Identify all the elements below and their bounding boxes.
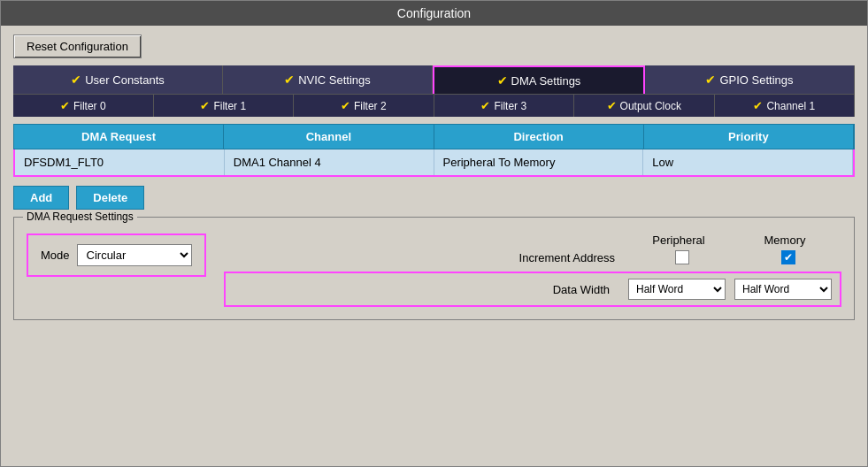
tab-dma-settings[interactable]: ✔ DMA Settings [433, 65, 645, 94]
subtab-filter1[interactable]: ✔ Filter 1 [154, 95, 295, 117]
settings-group: DMA Request Settings Mode Circular Norma… [13, 217, 855, 320]
main-container: Configuration Reset Configuration ✔ User… [0, 0, 868, 467]
col-header-channel: Channel [224, 125, 434, 149]
peripheral-header-label: Peripheral [626, 234, 732, 247]
tab-check-gpio: ✔ [705, 73, 716, 87]
right-section: Peripheral Memory Increment Address ✔ [224, 234, 841, 307]
cell-priority: Low [643, 149, 853, 175]
tab-label-user-constants: User Constants [85, 73, 165, 87]
memory-datawidth-select[interactable]: Half Word Byte Word [734, 279, 832, 300]
peripheral-memory-header: Peripheral Memory [224, 234, 841, 247]
mode-select[interactable]: Circular Normal [77, 244, 192, 266]
add-button[interactable]: Add [13, 186, 69, 210]
col-header-dma-request: DMA Request [14, 125, 224, 149]
cell-channel: DMA1 Channel 4 [225, 149, 434, 175]
subtab-label-filter0: Filter 0 [73, 100, 106, 112]
cell-direction: Peripheral To Memory [434, 149, 644, 175]
tab-check-user-constants: ✔ [71, 73, 81, 87]
subtab-channel1[interactable]: ✔ Channel 1 [715, 95, 856, 117]
tab-check-dma: ✔ [497, 73, 508, 88]
tab-label-gpio: GPIO Settings [719, 73, 793, 87]
delete-button[interactable]: Delete [76, 186, 144, 210]
subtab-filter0[interactable]: ✔ Filter 0 [13, 95, 154, 117]
content-area: Reset Configuration ✔ User Constants ✔ N… [1, 26, 867, 329]
peripheral-datawidth-cell: Half Word Byte Word [624, 279, 730, 300]
subtab-output-clock[interactable]: ✔ Output Clock [574, 95, 715, 117]
col-header-priority: Priority [644, 125, 854, 149]
datawidth-row: Data Width Half Word Byte Word Half Word [224, 272, 841, 307]
subtab-check-filter3: ✔ [480, 99, 490, 112]
peripheral-increment-checkbox[interactable] [675, 250, 689, 264]
tab-gpio-settings[interactable]: ✔ GPIO Settings [645, 65, 855, 94]
peripheral-checkbox-cell [629, 250, 735, 264]
mode-label: Mode [41, 249, 70, 262]
tab-check-nvic: ✔ [284, 73, 295, 87]
col-header-direction: Direction [434, 125, 644, 149]
spacer-header [224, 234, 626, 247]
title-bar: Configuration [1, 1, 867, 26]
subtab-label-filter3: Filter 3 [494, 100, 526, 112]
subtabs: ✔ Filter 0 ✔ Filter 1 ✔ Filter 2 ✔ Filte… [13, 95, 855, 117]
settings-legend: DMA Request Settings [23, 211, 137, 223]
peripheral-datawidth-select[interactable]: Half Word Byte Word [628, 279, 726, 300]
subtab-filter2[interactable]: ✔ Filter 2 [294, 95, 434, 117]
subtab-label-filter2: Filter 2 [354, 100, 387, 112]
subtab-filter3[interactable]: ✔ Filter 3 [434, 95, 575, 117]
title-text: Configuration [397, 6, 471, 20]
table-row[interactable]: DFSDM1_FLT0 DMA1 Channel 4 Peripheral To… [13, 149, 855, 177]
reset-button[interactable]: Reset Configuration [13, 34, 142, 58]
subtab-label-filter1: Filter 1 [213, 100, 246, 112]
increment-row: Increment Address ✔ [224, 250, 841, 264]
memory-checkbox-cell: ✔ [735, 250, 841, 264]
subtab-label-channel1: Channel 1 [766, 100, 815, 112]
tab-nvic-settings[interactable]: ✔ NVIC Settings [223, 65, 433, 94]
settings-inner: Mode Circular Normal Peripheral Memory [27, 234, 841, 307]
data-width-label: Data Width [229, 283, 624, 296]
memory-header-label: Memory [732, 234, 838, 247]
main-tabs: ✔ User Constants ✔ NVIC Settings ✔ DMA S… [13, 65, 855, 95]
memory-increment-checkbox[interactable]: ✔ [781, 250, 795, 264]
subtab-check-filter2: ✔ [341, 99, 350, 112]
subtab-check-filter0: ✔ [60, 99, 70, 112]
subtab-check-channel1: ✔ [753, 99, 763, 112]
subtab-check-filter1: ✔ [200, 99, 210, 112]
tab-label-nvic: NVIC Settings [298, 73, 371, 87]
cell-dma-request: DFSDM1_FLT0 [15, 149, 225, 175]
increment-address-label: Increment Address [224, 251, 629, 264]
tab-user-constants[interactable]: ✔ User Constants [13, 65, 223, 94]
subtab-label-output-clock: Output Clock [620, 100, 681, 112]
table-header: DMA Request Channel Direction Priority [13, 124, 855, 149]
memory-datawidth-cell: Half Word Byte Word [730, 279, 836, 300]
tab-label-dma: DMA Settings [511, 74, 581, 88]
mode-section: Mode Circular Normal [27, 234, 206, 277]
action-buttons: Add Delete [13, 186, 855, 210]
subtab-check-output-clock: ✔ [607, 99, 617, 112]
